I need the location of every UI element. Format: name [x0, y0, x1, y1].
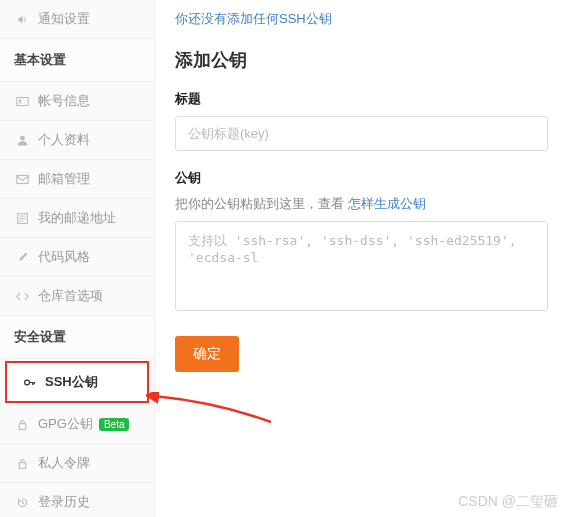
sidebar-header-basic: 基本设置 [0, 39, 154, 82]
envelope-icon [14, 173, 30, 186]
lock-icon [14, 457, 30, 470]
sidebar-item-code-style[interactable]: 代码风格 [0, 238, 154, 277]
sidebar-item-profile[interactable]: 个人资料 [0, 121, 154, 160]
submit-button[interactable]: 确定 [175, 336, 239, 372]
sidebar-item-login-history[interactable]: 登录历史 [0, 483, 154, 517]
key-icon [21, 376, 37, 389]
volume-icon [14, 13, 30, 26]
empty-banner: 你还没有添加任何SSH公钥 [175, 10, 548, 28]
label: 帐号信息 [38, 92, 90, 110]
sidebar-header-security: 安全设置 [0, 316, 154, 359]
label: GPG公钥 [38, 415, 93, 433]
sidebar-item-gpg-keys[interactable]: GPG公钥 Beta [0, 405, 154, 444]
sidebar-item-notify-settings[interactable]: 通知设置 [0, 0, 154, 39]
generate-key-link[interactable]: 怎样生成公钥 [348, 196, 426, 211]
label: 仓库首选项 [38, 287, 103, 305]
code-icon [14, 290, 30, 303]
user-icon [14, 134, 30, 147]
key-content-input[interactable] [175, 221, 548, 311]
hint-text: 把你的公钥粘贴到这里，查看 [175, 196, 348, 211]
label: SSH公钥 [45, 373, 98, 391]
svg-point-2 [20, 135, 25, 140]
sidebar-item-repo-pref[interactable]: 仓库首选项 [0, 277, 154, 316]
svg-point-1 [18, 99, 20, 101]
svg-rect-7 [19, 462, 26, 468]
label: 我的邮递地址 [38, 209, 116, 227]
sidebar-item-tokens[interactable]: 私人令牌 [0, 444, 154, 483]
label: 邮箱管理 [38, 170, 90, 188]
sidebar-item-ssh-keys[interactable]: SSH公钥 [5, 361, 149, 403]
label: 个人资料 [38, 131, 90, 149]
id-card-icon [14, 95, 30, 108]
label: 私人令牌 [38, 454, 90, 472]
history-icon [14, 496, 30, 509]
label: 代码风格 [38, 248, 90, 266]
page-title: 添加公钥 [175, 48, 548, 72]
svg-rect-6 [19, 423, 26, 429]
beta-badge: Beta [99, 418, 130, 431]
label: 登录历史 [38, 493, 90, 511]
svg-point-5 [24, 380, 29, 385]
main: 你还没有添加任何SSH公钥 添加公钥 标题 公钥 把你的公钥粘贴到这里，查看 怎… [155, 0, 568, 517]
title-label: 标题 [175, 90, 548, 108]
key-title-input[interactable] [175, 116, 548, 151]
sidebar-item-account-info[interactable]: 帐号信息 [0, 82, 154, 121]
brush-icon [14, 251, 30, 264]
key-hint: 把你的公钥粘贴到这里，查看 怎样生成公钥 [175, 195, 548, 213]
label: 通知设置 [38, 10, 90, 28]
sidebar: 通知设置 基本设置 帐号信息 个人资料 邮箱管理 我的邮递地址 代码风格 仓库首… [0, 0, 155, 517]
svg-rect-0 [16, 97, 27, 105]
key-label: 公钥 [175, 169, 548, 187]
svg-rect-3 [16, 175, 27, 183]
sidebar-item-my-email-addr[interactable]: 我的邮递地址 [0, 199, 154, 238]
address-icon [14, 212, 30, 225]
watermark: CSDN @二玺砸 [458, 493, 558, 511]
sidebar-item-email-mgmt[interactable]: 邮箱管理 [0, 160, 154, 199]
lock-icon [14, 418, 30, 431]
